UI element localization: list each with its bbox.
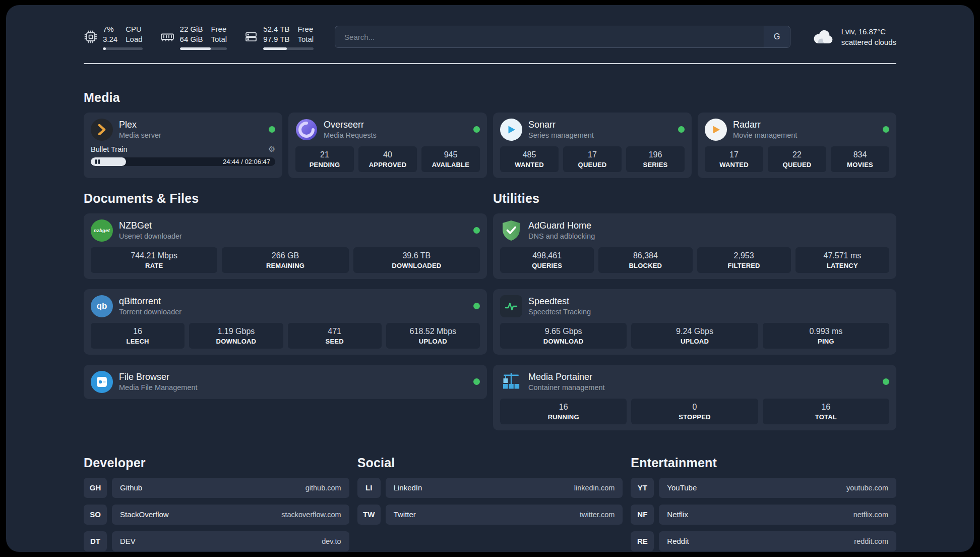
- weather-widget: Lviv, 16.87°C scattered clouds: [812, 26, 896, 48]
- section-media: Media Plex Media server Bullet Train ⚙: [84, 90, 896, 178]
- pause-icon[interactable]: [95, 159, 100, 164]
- link-row: TW Twitter twitter.com: [357, 505, 623, 525]
- status-dot: [269, 126, 275, 133]
- stat-value: 2,953: [699, 251, 789, 260]
- seek-bar[interactable]: 24:44 / 02:06:47: [91, 157, 275, 166]
- section-developer: Developer GH Github github.com SO StackO…: [84, 456, 349, 551]
- cpu-usage-value: 7%: [103, 24, 117, 34]
- gear-icon[interactable]: ⚙: [268, 145, 275, 153]
- stat-label: REMAINING: [224, 262, 346, 269]
- stat-tile: 47.571 ms LATENCY: [795, 247, 889, 273]
- section-utilities: Utilities AdGuard Home DNS and adblockin…: [493, 191, 896, 430]
- app-card-overseerr[interactable]: Overseerr Media Requests 21 PENDING 40 A…: [288, 113, 487, 178]
- link-name: Twitter: [394, 510, 416, 519]
- stat-label: RATE: [93, 262, 215, 269]
- link-name: YouTube: [667, 483, 697, 492]
- link-badge-dev[interactable]: DT: [84, 531, 107, 551]
- stat-tile: 0 STOPPED: [631, 399, 758, 424]
- link-twitter[interactable]: Twitter twitter.com: [386, 505, 623, 525]
- section-title-documents: Documents & Files: [84, 191, 487, 206]
- stat-label: DOWNLOADED: [355, 262, 478, 269]
- link-badge-youtube[interactable]: YT: [631, 478, 654, 498]
- top-bar: 7% 3.24 CPU Load: [84, 24, 896, 50]
- stat-label: WANTED: [707, 161, 761, 169]
- now-playing-row: Bullet Train ⚙: [91, 145, 275, 153]
- app-card-plex[interactable]: Plex Media server Bullet Train ⚙ 24:44 /…: [84, 113, 282, 178]
- search-input[interactable]: [335, 26, 764, 47]
- link-row: DT DEV dev.to: [84, 531, 349, 551]
- link-badge-twitter[interactable]: TW: [357, 505, 381, 525]
- app-subtitle: Media Requests: [324, 131, 377, 139]
- stat-label: UPLOAD: [633, 338, 756, 345]
- speedtest-icon: [500, 295, 522, 317]
- link-url: stackoverflow.com: [281, 511, 341, 519]
- stat-tile: 1.19 Gbps DOWNLOAD: [189, 323, 283, 349]
- link-url: github.com: [305, 484, 341, 492]
- stat-label: MOVIES: [833, 161, 887, 169]
- stat-value: 945: [423, 150, 478, 159]
- disk-stat: 52.4 TB 97.9 TB Free Total: [244, 24, 314, 50]
- cpu-load-label: Load: [126, 34, 142, 44]
- app-card-sonarr[interactable]: Sonarr Series management 485 WANTED 17 Q…: [493, 113, 692, 178]
- stat-tile: 498,461 QUERIES: [500, 247, 594, 273]
- link-url: youtube.com: [846, 484, 888, 492]
- link-row: SO StackOverflow stackoverflow.com: [84, 505, 349, 525]
- link-badge-netflix[interactable]: NF: [631, 505, 654, 525]
- app-name: Overseerr: [324, 120, 377, 130]
- app-card-portainer[interactable]: Media Portainer Container management 16 …: [493, 365, 896, 430]
- link-badge-reddit[interactable]: RE: [631, 531, 654, 551]
- memory-stat: 22 GiB 64 GiB Free Total: [160, 24, 227, 50]
- stat-value: 16: [93, 327, 182, 336]
- app-card-filebrowser[interactable]: File Browser Media File Management: [84, 365, 487, 399]
- stat-label: AVAILABLE: [423, 161, 478, 169]
- cpu-usage-label: CPU: [126, 24, 142, 34]
- stat-tile: 17 WANTED: [705, 146, 763, 172]
- link-youtube[interactable]: YouTube youtube.com: [659, 478, 896, 498]
- link-dev[interactable]: DEV dev.to: [112, 531, 349, 551]
- stat-tile: 16 LEECH: [91, 323, 185, 349]
- stat-tile: 471 SEED: [288, 323, 382, 349]
- search-engine-button[interactable]: G: [764, 26, 790, 47]
- stat-value: 498,461: [502, 251, 592, 260]
- link-url: dev.to: [322, 537, 341, 545]
- app-card-speedtest[interactable]: Speedtest Speedtest Tracking 9.65 Gbps D…: [493, 289, 896, 355]
- app-subtitle: Media File Management: [119, 383, 198, 392]
- stat-label: SERIES: [628, 161, 683, 169]
- stat-tile: 22 QUEUED: [768, 146, 826, 172]
- link-stackoverflow[interactable]: StackOverflow stackoverflow.com: [112, 505, 349, 525]
- stat-value: 39.6 TB: [355, 251, 478, 260]
- link-badge-github[interactable]: GH: [84, 478, 107, 498]
- stat-label: LATENCY: [798, 262, 887, 269]
- app-subtitle: Series management: [528, 131, 594, 139]
- stat-label: QUEUED: [565, 161, 620, 169]
- stat-label: PING: [765, 338, 887, 345]
- app-subtitle: Media server: [119, 131, 161, 139]
- app-card-qbittorrent[interactable]: qb qBittorrent Torrent downloader 16 LEE…: [84, 289, 487, 355]
- stat-tile: 485 WANTED: [500, 146, 559, 172]
- link-netflix[interactable]: Netflix netflix.com: [659, 505, 896, 525]
- header-divider: [84, 63, 896, 64]
- stat-value: 618.52 Mbps: [388, 327, 478, 336]
- stat-tile: 945 AVAILABLE: [421, 146, 480, 172]
- stat-value: 266 GB: [224, 251, 346, 260]
- app-name: Plex: [119, 120, 161, 130]
- app-card-radarr[interactable]: Radarr Movie management 17 WANTED 22 QUE…: [698, 113, 896, 178]
- link-reddit[interactable]: Reddit reddit.com: [659, 531, 896, 551]
- link-github[interactable]: Github github.com: [112, 478, 349, 498]
- app-card-adguard[interactable]: AdGuard Home DNS and adblocking 498,461 …: [493, 213, 896, 279]
- link-linkedin[interactable]: LinkedIn linkedin.com: [386, 478, 623, 498]
- status-dot: [883, 378, 889, 385]
- link-row: GH Github github.com: [84, 478, 349, 498]
- memory-total-value: 64 GiB: [180, 34, 203, 44]
- link-url: linkedin.com: [574, 484, 615, 492]
- disk-total-label: Total: [297, 34, 314, 44]
- link-badge-stackoverflow[interactable]: SO: [84, 505, 107, 525]
- overseerr-icon: [295, 119, 318, 141]
- stat-label: DOWNLOAD: [191, 338, 281, 345]
- app-card-nzbget[interactable]: nzbget NZBGet Usenet downloader 744.21 M…: [84, 213, 487, 279]
- portainer-icon: [500, 371, 522, 393]
- app-subtitle: Speedtest Tracking: [528, 308, 591, 316]
- stat-tile: 40 APPROVED: [358, 146, 417, 172]
- link-url: twitter.com: [580, 511, 615, 519]
- link-badge-linkedin[interactable]: LI: [357, 478, 381, 498]
